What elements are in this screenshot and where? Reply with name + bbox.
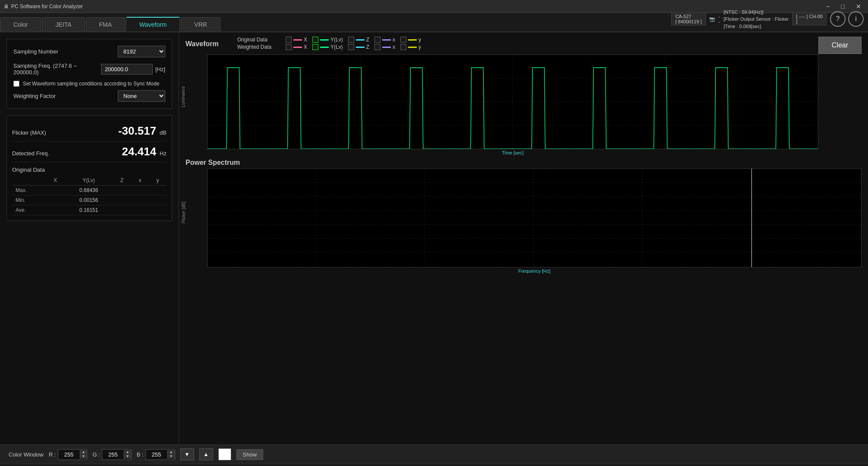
blue-input[interactable] bbox=[146, 450, 167, 460]
green-spin-down[interactable]: ▼ bbox=[124, 454, 131, 459]
col-header-z: Z bbox=[113, 176, 131, 186]
waveform-title: Waveform bbox=[186, 40, 229, 48]
cell-ylv: 0.00156 bbox=[65, 195, 113, 205]
checkbox-z-weighted[interactable] bbox=[348, 44, 354, 50]
checkbox-ylv-weighted[interactable] bbox=[312, 44, 318, 50]
green-value-box: ▲ ▼ bbox=[102, 449, 132, 460]
checkbox-x2-weighted[interactable] bbox=[374, 44, 381, 50]
sampling-number-select[interactable]: 8192 4096 2048 bbox=[118, 46, 165, 57]
original-data-title: Original Data bbox=[12, 167, 167, 173]
ch-info-box: [ ---- ] CH-00 ] bbox=[792, 13, 827, 25]
cell-x2 bbox=[131, 195, 149, 205]
legend-item-ylv-orig: Y(Lv) bbox=[312, 37, 343, 43]
checkbox-y2-original[interactable] bbox=[400, 37, 406, 43]
original-data-table: X Y(Lv) Z x y Max. 0.68436 Min. 0.00156 … bbox=[12, 176, 167, 215]
checkbox-x-original[interactable] bbox=[286, 37, 292, 43]
camera-icon: 📷 bbox=[709, 16, 715, 22]
checkbox-y2-weighted[interactable] bbox=[400, 44, 406, 50]
col-header-ylv: Y(Lv) bbox=[65, 176, 113, 186]
original-data-legend-row: Original Data X Y(Lv) bbox=[237, 37, 421, 43]
color-swatch-ylv-orig bbox=[320, 39, 329, 41]
col-header-label bbox=[12, 176, 46, 186]
tab-waveform[interactable]: Waveform bbox=[126, 17, 180, 31]
col-header-x: X bbox=[46, 176, 65, 186]
legend-item-ylv-weight: Y(Lv) bbox=[312, 44, 343, 50]
sampling-number-row: Sampling Number 8192 4096 2048 bbox=[13, 46, 165, 57]
clear-button[interactable]: Clear bbox=[818, 37, 862, 54]
power-spectrum-y-axis-label: Flicker [dB] bbox=[181, 202, 186, 223]
red-spin-up[interactable]: ▲ bbox=[80, 450, 87, 454]
sampling-freq-input[interactable] bbox=[101, 64, 153, 75]
tab-vrr[interactable]: VRR bbox=[181, 17, 220, 31]
color-arrow-up-button[interactable]: ▲ bbox=[199, 448, 213, 460]
blue-label: B : bbox=[137, 451, 144, 458]
checkbox-ylv-original[interactable] bbox=[312, 37, 318, 43]
sampling-number-label: Sampling Number bbox=[13, 48, 118, 55]
cell-ylv: 0.68436 bbox=[65, 186, 113, 195]
legend-item-y2-orig: y bbox=[400, 37, 421, 43]
color-window-label: Color Window bbox=[9, 451, 44, 458]
power-spectrum-x-axis-label: Frequency [Hz] bbox=[207, 268, 862, 274]
flicker-unit: dB bbox=[160, 129, 167, 136]
power-spectrum-chart-wrapper: Flicker [dB] bbox=[186, 168, 862, 274]
green-label: G : bbox=[92, 451, 100, 458]
green-input[interactable] bbox=[102, 450, 124, 460]
device-dashes: - - bbox=[719, 14, 720, 24]
legend-item-x-orig: X bbox=[286, 37, 307, 43]
blue-spin-down[interactable]: ▼ bbox=[168, 454, 175, 459]
device-info-bar: CA-527 [ 84000119 ] 📷 - - [NTSC : 59.94[… bbox=[667, 7, 868, 32]
red-label: R : bbox=[49, 451, 56, 458]
row-label: Min. bbox=[12, 195, 46, 205]
color-swatch-x-orig bbox=[293, 39, 302, 41]
table-row: Ave. 0.16151 bbox=[12, 205, 167, 215]
flicker-result-row: Flicker (MAX) -30.517 dB bbox=[12, 121, 167, 142]
waveform-y-axis-label: Luminance bbox=[181, 86, 186, 107]
tab-bar: Color JEITA FMA Waveform VRR CA-527 [ 84… bbox=[0, 13, 868, 32]
right-panel: Waveform Original Data X bbox=[179, 32, 868, 444]
red-input[interactable] bbox=[58, 450, 80, 460]
device-serial: [ 84000119 ] bbox=[675, 19, 701, 24]
color-swatch-z-orig bbox=[356, 39, 365, 41]
red-spin-down[interactable]: ▼ bbox=[80, 454, 87, 459]
detected-freq-result-row: Detected Freq. 24.414 Hz bbox=[12, 142, 167, 162]
cell-y2 bbox=[149, 195, 167, 205]
show-button[interactable]: Show bbox=[236, 449, 264, 460]
sync-mode-label: Set Waveform sampling conditions accordi… bbox=[23, 81, 159, 87]
app-title: PC Software for Color Analyzer bbox=[11, 3, 83, 9]
title-bar-left: 🖥 PC Software for Color Analyzer bbox=[3, 3, 83, 9]
weighted-data-legend-row: Weighted Data X Y(Lv) bbox=[237, 44, 421, 50]
help-info-button[interactable]: i bbox=[848, 11, 864, 27]
waveform-x-axis-label: Time [sec] bbox=[207, 150, 818, 155]
green-spin-up[interactable]: ▲ bbox=[124, 450, 131, 454]
cell-y2 bbox=[149, 186, 167, 195]
cell-x bbox=[46, 186, 65, 195]
col-header-y2: y bbox=[149, 176, 167, 186]
sampling-freq-unit: [Hz] bbox=[155, 66, 165, 72]
color-swatch-ylv-weight bbox=[320, 47, 329, 48]
sync-mode-checkbox[interactable] bbox=[13, 81, 19, 87]
detected-freq-unit: Hz bbox=[160, 150, 167, 157]
checkbox-x-weighted[interactable] bbox=[286, 44, 292, 50]
row-label: Ave. bbox=[12, 205, 46, 215]
tab-jeita[interactable]: JEITA bbox=[42, 17, 85, 31]
power-spectrum-title: Power Spectrum bbox=[186, 159, 862, 167]
legend-item-z-weight: Z bbox=[348, 44, 369, 50]
red-input-group: R : ▲ ▼ bbox=[49, 449, 88, 460]
app-icon: 🖥 bbox=[3, 3, 9, 9]
cell-z bbox=[113, 195, 131, 205]
tab-color[interactable]: Color bbox=[0, 17, 41, 31]
green-input-group: G : ▲ ▼ bbox=[92, 449, 131, 460]
cell-x2 bbox=[131, 205, 149, 215]
flicker-value: -30.517 bbox=[118, 124, 156, 138]
checkbox-z-original[interactable] bbox=[348, 37, 354, 43]
power-spectrum-section: Power Spectrum Flicker [dB] bbox=[186, 159, 862, 274]
waveform-chart-wrapper: Luminance bbox=[186, 54, 818, 155]
color-arrow-down-button[interactable]: ▼ bbox=[180, 448, 194, 460]
blue-spin-up[interactable]: ▲ bbox=[168, 450, 175, 454]
tab-fma[interactable]: FMA bbox=[86, 17, 126, 31]
table-row: Min. 0.00156 bbox=[12, 195, 167, 205]
checkbox-x2-original[interactable] bbox=[374, 37, 381, 43]
color-window-bar: Color Window R : ▲ ▼ G : ▲ ▼ B : ▲ ▼ bbox=[0, 444, 868, 464]
help-question-button[interactable]: ? bbox=[830, 11, 846, 27]
weighting-factor-select[interactable]: None A-Weight bbox=[118, 90, 165, 102]
